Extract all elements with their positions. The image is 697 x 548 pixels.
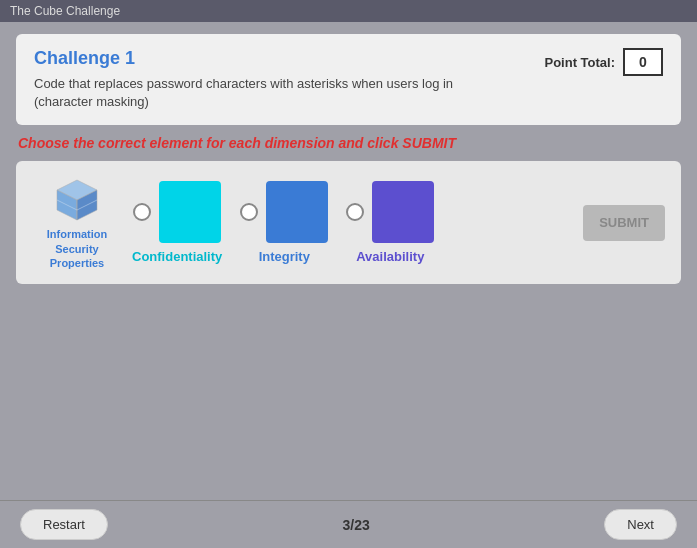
cube-label: InformationSecurityProperties: [47, 227, 108, 270]
challenge-text: Challenge 1 Code that replaces password …: [34, 48, 524, 111]
point-total-box: Point Total: 0: [544, 48, 663, 76]
title-bar: The Cube Challenge: [0, 0, 697, 22]
radio-availability[interactable]: [346, 203, 364, 221]
options-container: Confidentiality Integrity Availability: [132, 181, 563, 264]
radio-integrity[interactable]: [240, 203, 258, 221]
main-content: Challenge 1 Code that replaces password …: [0, 22, 697, 296]
cube-icon-container: InformationSecurityProperties: [32, 175, 122, 270]
challenge-title: Challenge 1: [34, 48, 524, 69]
selection-area: InformationSecurityProperties Confidenti…: [16, 161, 681, 284]
point-total-value: 0: [623, 48, 663, 76]
point-total-label: Point Total:: [544, 55, 615, 70]
option-availability[interactable]: Availability: [346, 181, 434, 264]
availability-label: Availability: [356, 249, 424, 264]
title-bar-label: The Cube Challenge: [10, 4, 120, 18]
option-integrity[interactable]: Integrity: [240, 181, 328, 264]
restart-button[interactable]: Restart: [20, 509, 108, 540]
submit-button[interactable]: SUBMIT: [583, 205, 665, 241]
confidentiality-label: Confidentiality: [132, 249, 222, 264]
bottom-bar: Restart 3/23 Next: [0, 500, 697, 548]
integrity-label: Integrity: [259, 249, 310, 264]
confidentiality-square[interactable]: [159, 181, 221, 243]
next-button[interactable]: Next: [604, 509, 677, 540]
option-row-availability: [346, 181, 434, 243]
challenge-description: Code that replaces password characters w…: [34, 75, 524, 111]
cube-icon: [52, 175, 102, 225]
challenge-box: Challenge 1 Code that replaces password …: [16, 34, 681, 125]
availability-square[interactable]: [372, 181, 434, 243]
option-row-integrity: [240, 181, 328, 243]
option-confidentiality[interactable]: Confidentiality: [132, 181, 222, 264]
page-indicator: 3/23: [342, 517, 369, 533]
radio-confidentiality[interactable]: [133, 203, 151, 221]
integrity-square[interactable]: [266, 181, 328, 243]
option-row-confidentiality: [133, 181, 221, 243]
instruction-text: Choose the correct element for each dime…: [16, 135, 681, 151]
